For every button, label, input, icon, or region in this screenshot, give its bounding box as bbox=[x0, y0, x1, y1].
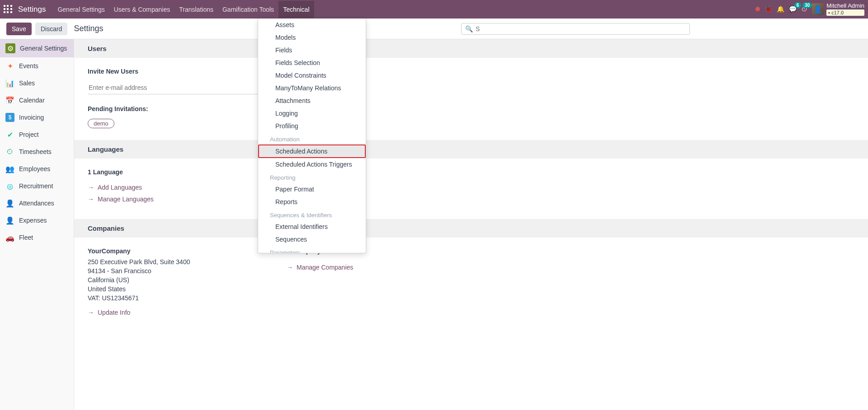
search-input[interactable] bbox=[476, 25, 686, 33]
link-label: Add Languages bbox=[98, 184, 142, 191]
discard-button[interactable]: Discard bbox=[35, 23, 67, 35]
dropdown-item[interactable]: Reports bbox=[258, 196, 366, 208]
dropdown-item[interactable]: Model Constraints bbox=[258, 69, 366, 82]
content: Users Invite New Users Pending Invitatio… bbox=[74, 39, 868, 410]
arrow-right-icon: → bbox=[287, 264, 293, 271]
pending-invitations-label: Pending Invitations: bbox=[88, 105, 278, 112]
arrow-right-icon: → bbox=[88, 196, 94, 203]
menu-translations[interactable]: Translations bbox=[175, 1, 218, 18]
sidebar-item-attendances[interactable]: 👤Attendances bbox=[0, 195, 74, 212]
sidebar-item-label: Project bbox=[19, 131, 39, 138]
dropdown-item[interactable]: Models bbox=[258, 31, 366, 44]
menu-general-settings[interactable]: General Settings bbox=[53, 1, 109, 18]
timesheets-icon: ⏲ bbox=[5, 147, 14, 156]
dropdown-item[interactable]: Fields bbox=[258, 44, 366, 56]
messages-icon[interactable]: 💬6 bbox=[789, 5, 797, 13]
recruitment-icon: ◎ bbox=[5, 182, 14, 191]
menu-technical[interactable]: Technical bbox=[278, 1, 314, 18]
company-name: YourCompany bbox=[88, 247, 278, 255]
bug-icon[interactable]: 🐞 bbox=[764, 5, 772, 13]
search-icon: 🔍 bbox=[465, 25, 473, 33]
section-header-languages: Languages bbox=[74, 140, 868, 158]
user-name: Mitchell Admin bbox=[826, 3, 864, 9]
dropdown-item[interactable]: Profiling bbox=[258, 120, 366, 132]
database-tag: ▪ c17.0 bbox=[826, 9, 864, 16]
sidebar-item-general-settings[interactable]: ⚙General Settings bbox=[0, 39, 74, 57]
dropdown-item[interactable]: Attachments bbox=[258, 94, 366, 107]
user-menu[interactable]: 👤 Mitchell Admin ▪ c17.0 bbox=[812, 3, 864, 15]
dropdown-item[interactable]: Assets bbox=[258, 19, 366, 31]
invoicing-icon: $ bbox=[5, 113, 14, 122]
invite-users-label: Invite New Users bbox=[88, 68, 278, 75]
sidebar-item-label: Timesheets bbox=[19, 148, 52, 155]
calendar-icon: 📅 bbox=[5, 96, 14, 105]
menu-users-companies[interactable]: Users & Companies bbox=[109, 1, 175, 18]
sidebar-item-calendar[interactable]: 📅Calendar bbox=[0, 92, 74, 109]
dropdown-item[interactable]: External Identifiers bbox=[258, 220, 366, 233]
dropdown-item[interactable]: ManyToMany Relations bbox=[258, 82, 366, 94]
manage-languages-link[interactable]: →Manage Languages bbox=[88, 196, 278, 203]
sidebar-item-employees[interactable]: 👥Employees bbox=[0, 160, 74, 177]
dropdown-item[interactable]: Sequences bbox=[258, 233, 366, 246]
arrow-right-icon: → bbox=[88, 184, 94, 191]
invite-email-input[interactable] bbox=[88, 81, 268, 94]
sidebar-item-events[interactable]: ✦Events bbox=[0, 57, 74, 75]
language-count-label: 1 Language bbox=[88, 168, 278, 176]
sidebar-item-label: Recruitment bbox=[19, 182, 53, 190]
save-button[interactable]: Save bbox=[6, 23, 32, 35]
app-title: Settings bbox=[18, 5, 46, 14]
timer-icon[interactable]: ⏱30 bbox=[801, 5, 807, 13]
sidebar-item-sales[interactable]: 📊Sales bbox=[0, 75, 74, 92]
company-address-line: 250 Executive Park Blvd, Suite 3400 bbox=[88, 258, 278, 266]
avatar: 👤 bbox=[812, 3, 824, 15]
company-address-line: 94134 - San Francisco bbox=[88, 267, 278, 275]
dropdown-section-label: Reporting bbox=[258, 171, 366, 183]
update-info-link[interactable]: →Update Info bbox=[88, 309, 278, 316]
sales-icon: 📊 bbox=[5, 79, 14, 88]
sidebar-item-label: Expenses bbox=[19, 217, 47, 224]
employees-icon: 👥 bbox=[5, 164, 14, 173]
add-languages-link[interactable]: →Add Languages bbox=[88, 184, 278, 191]
apps-icon[interactable] bbox=[4, 5, 13, 14]
link-label: Manage Companies bbox=[297, 264, 353, 271]
sidebar-item-label: Attendances bbox=[19, 200, 54, 207]
company-count-label: 1 Company bbox=[287, 247, 854, 255]
sidebar-item-label: Sales bbox=[19, 79, 35, 87]
sidebar-item-label: Invoicing bbox=[19, 114, 44, 121]
section-header-companies: Companies bbox=[74, 219, 868, 238]
dropdown-item[interactable]: Logging bbox=[258, 107, 366, 120]
sidebar-item-label: Events bbox=[19, 62, 38, 70]
gear-icon: ⚙ bbox=[5, 43, 15, 53]
search-box[interactable]: 🔍 bbox=[461, 23, 690, 35]
company-address-line: United States bbox=[88, 285, 278, 293]
attendances-icon: 👤 bbox=[5, 199, 14, 208]
navbar: Settings General Settings Users & Compan… bbox=[0, 0, 868, 19]
sidebar: ⚙General Settings ✦Events 📊Sales 📅Calend… bbox=[0, 39, 74, 410]
menu-gamification-tools[interactable]: Gamification Tools bbox=[218, 1, 278, 18]
project-icon: ✔ bbox=[5, 130, 14, 139]
bell-icon[interactable]: 🔔 bbox=[777, 5, 784, 13]
sidebar-item-invoicing[interactable]: $Invoicing bbox=[0, 109, 74, 126]
section-header-users: Users bbox=[74, 39, 868, 58]
sidebar-item-expenses[interactable]: 👤Expenses bbox=[0, 212, 74, 229]
fleet-icon: 🚗 bbox=[5, 233, 14, 242]
link-label: Update Info bbox=[98, 309, 130, 316]
sidebar-item-fleet[interactable]: 🚗Fleet bbox=[0, 229, 74, 246]
dropdown-section-label: Parameters bbox=[258, 246, 366, 253]
manage-companies-link[interactable]: →Manage Companies bbox=[287, 264, 854, 271]
dropdown-item[interactable]: Scheduled Actions Triggers bbox=[258, 158, 366, 171]
sidebar-item-label: General Settings bbox=[20, 45, 67, 52]
navbar-menu: General Settings Users & Companies Trans… bbox=[53, 1, 314, 18]
sidebar-item-recruitment[interactable]: ◎Recruitment bbox=[0, 177, 74, 195]
sidebar-item-label: Fleet bbox=[19, 234, 33, 241]
sidebar-item-project[interactable]: ✔Project bbox=[0, 126, 74, 143]
dropdown-item-scheduled-actions[interactable]: Scheduled Actions bbox=[258, 144, 366, 158]
events-icon: ✦ bbox=[5, 61, 14, 70]
expenses-icon: 👤 bbox=[5, 216, 14, 225]
dropdown-item[interactable]: Fields Selection bbox=[258, 56, 366, 69]
sidebar-item-timesheets[interactable]: ⏲Timesheets bbox=[0, 143, 74, 160]
dropdown-item[interactable]: Paper Format bbox=[258, 183, 366, 196]
link-label: Manage Languages bbox=[98, 196, 154, 203]
recording-indicator-icon bbox=[755, 7, 760, 11]
pending-invitation-tag[interactable]: demo bbox=[88, 119, 114, 128]
